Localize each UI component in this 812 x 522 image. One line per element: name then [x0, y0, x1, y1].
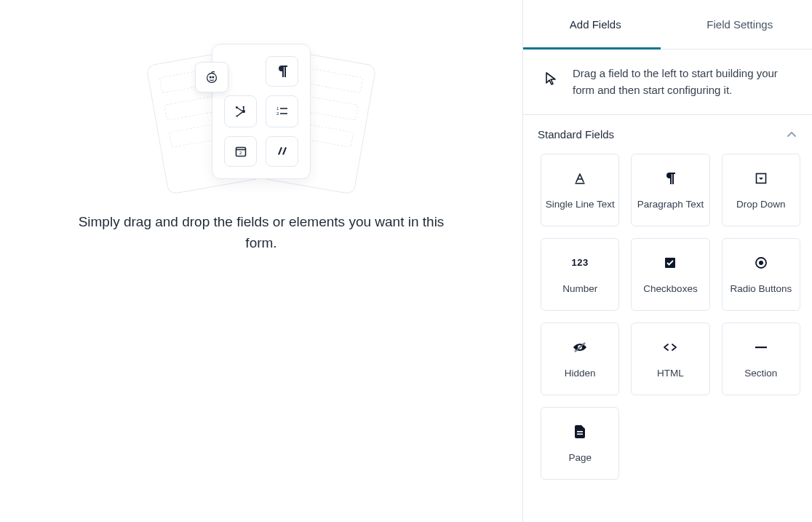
- svg-rect-22: [577, 431, 583, 432]
- svg-text:2: 2: [276, 111, 279, 116]
- tab-add-fields[interactable]: Add Fields: [523, 0, 668, 49]
- field-single-line-text[interactable]: Single Line Text: [541, 154, 619, 226]
- page-icon: [575, 424, 585, 439]
- svg-rect-23: [577, 433, 583, 435]
- radio-icon: [755, 256, 768, 270]
- field-html[interactable]: HTML: [631, 323, 709, 395]
- svg-text:1: 1: [276, 106, 279, 111]
- field-label: HTML: [657, 368, 684, 379]
- field-label: Paragraph Text: [637, 199, 704, 210]
- form-canvas[interactable]: 12 2 Simply drag and drop the fields or …: [0, 0, 522, 522]
- field-label: Single Line Text: [546, 199, 615, 210]
- field-checkboxes[interactable]: Checkboxes: [631, 238, 709, 311]
- field-page[interactable]: Page: [541, 407, 619, 480]
- field-radio-buttons[interactable]: Radio Buttons: [722, 238, 800, 311]
- fields-sidebar: Add Fields Field Settings Drag a field t…: [522, 0, 812, 522]
- tab-field-settings[interactable]: Field Settings: [668, 0, 813, 49]
- cursor-icon: [544, 68, 558, 89]
- svg-point-18: [759, 261, 763, 265]
- svg-point-2: [236, 115, 237, 116]
- field-label: Radio Buttons: [730, 283, 792, 294]
- checkbox-icon: [664, 256, 676, 270]
- minus-icon: [755, 340, 767, 355]
- eye-off-icon: [573, 340, 587, 355]
- field-label: Number: [562, 283, 597, 294]
- field-paragraph-text[interactable]: Paragraph Text: [631, 154, 709, 226]
- field-section[interactable]: Section: [722, 323, 800, 395]
- svg-point-3: [235, 106, 237, 108]
- field-label: Hidden: [565, 368, 596, 379]
- standard-fields-grid: Single Line Text Paragraph Text Drop Dow…: [523, 154, 812, 491]
- field-number[interactable]: 123 Number: [541, 238, 619, 311]
- svg-point-11: [207, 74, 217, 83]
- sidebar-hint: Drag a field to the left to start buildi…: [523, 50, 812, 115]
- sidebar-hint-text: Drag a field to the left to start buildi…: [573, 66, 792, 98]
- calendar-icon: 2: [224, 136, 257, 167]
- field-drop-down[interactable]: Drop Down: [722, 154, 800, 226]
- field-label: Checkboxes: [643, 283, 697, 294]
- field-hidden[interactable]: Hidden: [541, 323, 619, 395]
- empty-form-illustration: 12 2: [152, 35, 370, 188]
- paragraph-icon: [665, 171, 675, 186]
- svg-rect-21: [755, 347, 767, 348]
- mailchimp-icon: [195, 62, 228, 92]
- field-label: Section: [744, 368, 777, 379]
- number-icon: 123: [572, 256, 589, 270]
- field-label: Drop Down: [736, 199, 786, 210]
- stripe-icon: [266, 136, 298, 167]
- svg-point-13: [212, 76, 214, 78]
- section-title: Standard Fields: [538, 128, 614, 141]
- svg-text:2: 2: [239, 151, 242, 155]
- field-label: Page: [568, 452, 592, 463]
- code-icon: [663, 340, 677, 355]
- svg-point-1: [242, 106, 244, 108]
- dropdown-icon: [755, 171, 767, 186]
- section-header-standard-fields[interactable]: Standard Fields: [523, 115, 812, 154]
- hubspot-icon: [224, 95, 257, 127]
- text-icon: [573, 171, 586, 186]
- paragraph-icon: [266, 56, 298, 87]
- svg-point-12: [210, 76, 211, 78]
- canvas-caption: Simply drag and drop the fields or eleme…: [65, 211, 458, 254]
- chevron-up-icon: [786, 129, 797, 141]
- list-icon: 12: [266, 95, 298, 127]
- sidebar-tabs: Add Fields Field Settings: [523, 0, 812, 50]
